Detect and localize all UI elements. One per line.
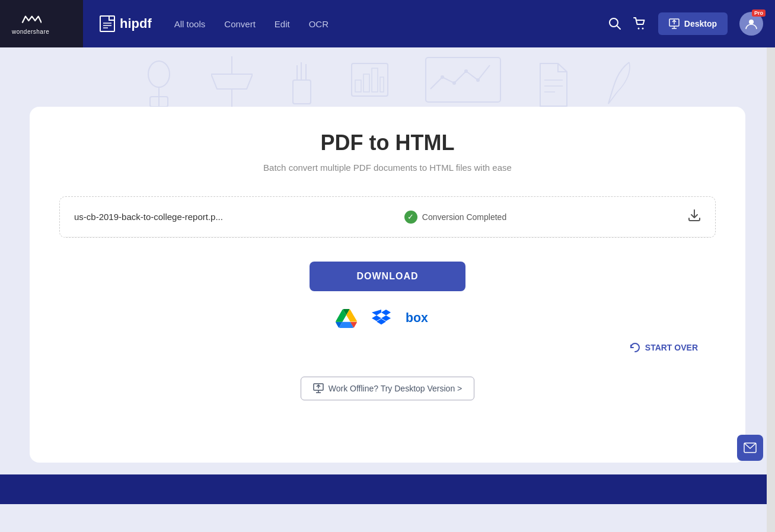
- desktop-promo-label: Work Offline? Try Desktop Version >: [329, 384, 463, 393]
- status-check-icon: ✓: [404, 211, 417, 224]
- wondershare-icon: [20, 13, 42, 26]
- svg-rect-0: [100, 16, 114, 31]
- hipdf-label: hipdf: [120, 16, 152, 31]
- nav-actions: Desktop Pro: [608, 12, 775, 36]
- hero-background: [0, 47, 775, 107]
- action-area: DOWNLOAD: [59, 238, 716, 365]
- svg-point-12: [749, 20, 754, 24]
- cart-button[interactable]: [633, 17, 646, 30]
- quill-icon: [605, 59, 632, 107]
- status-text: Conversion Completed: [422, 212, 506, 222]
- cloud-icons: box: [336, 309, 440, 330]
- search-icon: [608, 17, 621, 30]
- hipdf-logo-icon: [100, 15, 115, 32]
- start-over-label: START OVER: [645, 343, 698, 352]
- dropbox-button[interactable]: [371, 309, 391, 330]
- desktop-icon: [669, 18, 680, 29]
- scrollbar[interactable]: [767, 0, 775, 532]
- file-name: us-cb-2019-back-to-college-report.p...: [74, 212, 223, 222]
- svg-point-7: [642, 28, 643, 30]
- start-over-button[interactable]: START OVER: [630, 342, 698, 353]
- svg-point-31: [464, 69, 468, 73]
- svg-text:box: box: [406, 311, 428, 325]
- bar-chart-icon: [350, 62, 389, 107]
- svg-rect-24: [355, 80, 361, 92]
- lamp-icon: [211, 56, 253, 107]
- nav-all-tools[interactable]: All tools: [174, 19, 206, 29]
- nav-convert[interactable]: Convert: [224, 19, 256, 29]
- svg-point-32: [476, 78, 480, 82]
- start-over-row: START OVER: [59, 342, 716, 353]
- file-row: us-cb-2019-back-to-college-report.p... ✓…: [60, 197, 715, 237]
- user-icon: [745, 17, 758, 30]
- pencil-cup-icon: [288, 59, 315, 107]
- svg-point-30: [452, 81, 456, 85]
- desktop-button[interactable]: Desktop: [658, 12, 728, 35]
- user-avatar[interactable]: Pro: [739, 12, 763, 36]
- nav-links: All tools Convert Edit OCR: [168, 19, 608, 29]
- navbar: wondershare hipdf All tools Convert Edit…: [0, 0, 775, 47]
- monitor-chart-icon: [425, 56, 502, 107]
- svg-rect-27: [380, 77, 384, 92]
- email-button[interactable]: [737, 435, 763, 461]
- search-button[interactable]: [608, 17, 621, 30]
- nav-ocr[interactable]: OCR: [309, 19, 329, 29]
- brand-logo[interactable]: wondershare: [0, 0, 83, 47]
- page-subtitle: Batch convert multiple PDF documents to …: [59, 163, 716, 173]
- document-icon: [537, 62, 570, 107]
- google-drive-icon: [336, 309, 357, 328]
- box-icon: box: [406, 310, 440, 327]
- svg-point-6: [637, 28, 639, 30]
- desktop-promo-icon: [313, 383, 324, 394]
- file-status: ✓ Conversion Completed: [404, 211, 506, 224]
- svg-point-29: [441, 75, 444, 79]
- svg-rect-19: [293, 80, 311, 104]
- email-icon: [744, 442, 757, 453]
- nav-edit[interactable]: Edit: [275, 19, 290, 29]
- svg-rect-25: [363, 74, 369, 92]
- svg-line-5: [617, 26, 620, 29]
- svg-point-13: [148, 61, 170, 87]
- box-button[interactable]: box: [406, 310, 440, 329]
- svg-rect-26: [372, 68, 378, 92]
- file-download-button[interactable]: [688, 209, 701, 225]
- dropbox-icon: [371, 309, 391, 328]
- hipdf-logo[interactable]: hipdf: [83, 15, 168, 32]
- google-drive-button[interactable]: [336, 309, 357, 330]
- cart-icon: [633, 17, 646, 30]
- svg-marker-16: [211, 74, 253, 89]
- svg-rect-28: [426, 58, 500, 102]
- desktop-promo-button[interactable]: Work Offline? Try Desktop Version >: [301, 377, 475, 400]
- download-icon: [688, 209, 701, 222]
- desktop-promo: Work Offline? Try Desktop Version >: [59, 377, 716, 400]
- refresh-icon: [630, 342, 640, 353]
- hero-icons: [143, 56, 632, 107]
- main-card: PDF to HTML Batch convert multiple PDF d…: [30, 107, 745, 463]
- file-list: us-cb-2019-back-to-college-report.p... ✓…: [59, 196, 716, 238]
- desktop-btn-label: Desktop: [684, 19, 717, 28]
- pro-badge: Pro: [752, 9, 766, 17]
- wondershare-label: wondershare: [12, 28, 49, 35]
- download-button[interactable]: DOWNLOAD: [310, 262, 466, 291]
- page-title: PDF to HTML: [59, 130, 716, 155]
- plant-icon: [143, 56, 176, 107]
- footer-bar: [0, 474, 775, 504]
